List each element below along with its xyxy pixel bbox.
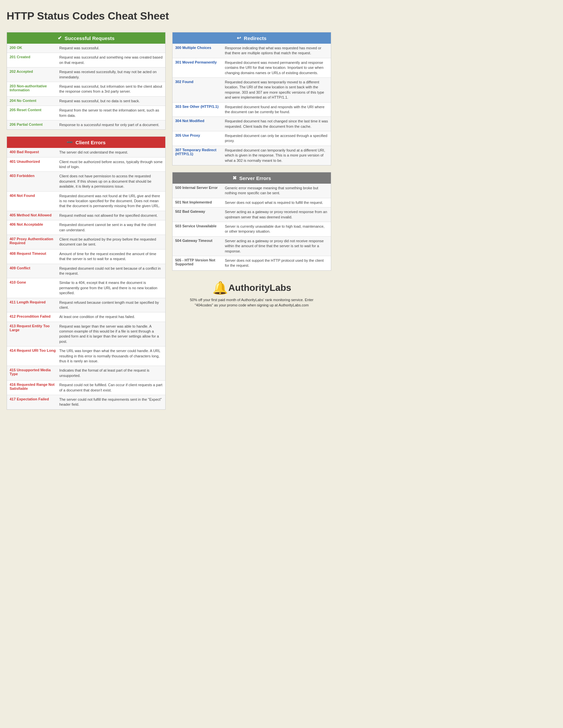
table-row: 400 Bad RequestThe server did not unders… bbox=[7, 148, 165, 157]
status-code: 401 Unauthorized bbox=[10, 159, 59, 170]
status-desc: Requested document found and responds wi… bbox=[225, 105, 328, 115]
status-code: 202 Accepted bbox=[10, 69, 59, 80]
status-code: 504 Gateway Timeout bbox=[175, 239, 225, 254]
table-row: 204 No ContentRequest was successful, bu… bbox=[7, 97, 165, 106]
table-row: 206 Partial ContentResponse to a success… bbox=[7, 120, 165, 129]
authority-labs-logo: 🔔 AuthorityLabs bbox=[175, 281, 328, 295]
client-errors-section: ➖ Client Errors 400 Bad RequestThe serve… bbox=[7, 136, 165, 409]
status-code: 408 Request Timeout bbox=[10, 251, 59, 262]
table-row: 408 Request TimeoutAmount of time for th… bbox=[7, 250, 165, 264]
table-row: 406 Not AcceptableRequested document can… bbox=[7, 220, 165, 235]
table-row: 504 Gateway TimeoutServer acting as a ga… bbox=[172, 237, 331, 256]
status-code: 411 Length Required bbox=[10, 300, 59, 310]
status-code: 404 Not Found bbox=[10, 194, 59, 209]
status-desc: The server did not understand the reques… bbox=[59, 150, 163, 155]
status-desc: Requested document can temporarily found… bbox=[225, 148, 328, 163]
status-desc: Requested document could not be sent bec… bbox=[59, 266, 163, 276]
status-code: 403 Forbidden bbox=[10, 174, 59, 189]
status-desc: Request could not be fulfilled. Can occu… bbox=[59, 383, 163, 393]
status-code: 414 Request URI Too Long bbox=[10, 348, 59, 364]
table-row: 502 Bad GatewayServer acting as a gatewa… bbox=[172, 207, 331, 222]
table-row: 503 Service UnavailableServer is current… bbox=[172, 222, 331, 237]
status-code: 409 Conflict bbox=[10, 266, 59, 276]
status-desc: Requested document was not found at the … bbox=[59, 194, 163, 209]
table-row: 405 Method Not AllowedRequest method was… bbox=[7, 211, 165, 220]
redirects-section: ↩ Redirects 300 Multiple ChoicesResponse… bbox=[172, 32, 331, 165]
status-code: 406 Not Acceptable bbox=[10, 222, 59, 233]
minus-circle-icon: ➖ bbox=[67, 139, 73, 145]
status-desc: Requested document has not changed since… bbox=[225, 119, 328, 129]
table-row: 401 UnauthorizedClient must be authorize… bbox=[7, 158, 165, 172]
table-row: 414 Request URI Too LongThe URL was long… bbox=[7, 346, 165, 366]
status-code: 307 Temporary Redirect (HTTP/1.1) bbox=[175, 148, 225, 163]
status-desc: Request was successful, but information … bbox=[59, 84, 163, 94]
status-code: 201 Created bbox=[10, 55, 59, 65]
table-row: 303 See Other (HTTP/1.1)Requested docume… bbox=[172, 103, 331, 117]
status-code: 410 Gone bbox=[10, 280, 59, 296]
status-desc: Request was successful and something new… bbox=[59, 55, 163, 65]
status-desc: Server acting as a gateway or proxy did … bbox=[225, 239, 328, 254]
status-desc: Requested document was moved permanently… bbox=[225, 60, 328, 75]
status-desc: Client does not have permission to acces… bbox=[59, 174, 163, 189]
status-code: 301 Moved Permanently bbox=[175, 60, 225, 75]
status-code: 417 Expectation Failed bbox=[10, 397, 59, 407]
promo-text: 50% off your first paid month of Authori… bbox=[175, 297, 328, 308]
status-code: 415 Unsupported Media Type bbox=[10, 368, 59, 378]
status-code: 412 Precondition Failed bbox=[10, 314, 59, 319]
status-code: 405 Method Not Allowed bbox=[10, 213, 59, 218]
status-desc: Requested document cannot be sent in a w… bbox=[59, 222, 163, 233]
status-code: 302 Found bbox=[175, 80, 225, 100]
status-code: 205 Reset Content bbox=[10, 108, 59, 118]
status-desc: Server does not support what is required… bbox=[225, 200, 328, 205]
x-circle-icon: ✖ bbox=[232, 175, 237, 181]
status-code: 407 Proxy Authentication Required bbox=[10, 237, 59, 247]
arrow-circle-icon: ↩ bbox=[237, 35, 241, 41]
status-desc: Requested document can only be accessed … bbox=[225, 133, 328, 144]
status-desc: Server acting as a gateway or proxy rece… bbox=[225, 209, 328, 220]
table-row: 416 Requested Range Not SatisfiableReque… bbox=[7, 381, 165, 395]
status-desc: Server does not support the HTTP protoco… bbox=[225, 258, 328, 268]
status-desc: Requested document was temporarily moved… bbox=[225, 80, 328, 100]
table-row: 407 Proxy Authentication RequiredClient … bbox=[7, 235, 165, 250]
table-row: 201 CreatedRequest was successful and so… bbox=[7, 53, 165, 68]
table-row: 403 ForbiddenClient does not have permis… bbox=[7, 172, 165, 191]
table-row: 307 Temporary Redirect (HTTP/1.1)Request… bbox=[172, 146, 331, 165]
table-row: 300 Multiple ChoicesResponse indicating … bbox=[172, 44, 331, 58]
status-desc: Request was larger than the server was a… bbox=[59, 324, 163, 344]
status-code: 413 Request Entity Too Large bbox=[10, 324, 59, 344]
table-row: 301 Moved PermanentlyRequested document … bbox=[172, 58, 331, 78]
table-row: 203 Non-authoritative InformationRequest… bbox=[7, 82, 165, 97]
checkmark-circle-icon: ✔ bbox=[58, 35, 62, 41]
successful-body: 200 OKRequest was successful.201 Created… bbox=[7, 44, 165, 129]
status-code: 501 Not Implemented bbox=[175, 200, 225, 205]
table-row: 202 AcceptedRequest was received success… bbox=[7, 68, 165, 82]
successful-section: ✔ Successful Requests 200 OKRequest was … bbox=[7, 32, 165, 130]
status-code: 206 Partial Content bbox=[10, 122, 59, 127]
status-code: 204 No Content bbox=[10, 99, 59, 104]
status-desc: Client must be authorized by the proxy b… bbox=[59, 237, 163, 247]
promo-section: 🔔 AuthorityLabs 50% off your first paid … bbox=[172, 277, 331, 311]
successful-header: ✔ Successful Requests bbox=[7, 32, 165, 44]
table-row: 411 Length RequiredRequest refused becau… bbox=[7, 298, 165, 313]
table-row: 500 Internal Server ErrorGeneric error m… bbox=[172, 184, 331, 198]
status-desc: Generic error message meaning that somet… bbox=[225, 186, 328, 196]
status-desc: Response to a successful request for onl… bbox=[59, 122, 163, 127]
status-code: 203 Non-authoritative Information bbox=[10, 84, 59, 94]
table-row: 200 OKRequest was successful. bbox=[7, 44, 165, 53]
logo-text: AuthorityLabs bbox=[228, 283, 292, 293]
server-errors-header: ✖ Server Errors bbox=[172, 172, 331, 184]
status-code: 400 Bad Request bbox=[10, 150, 59, 155]
status-desc: Request refused because content length m… bbox=[59, 300, 163, 310]
status-desc: The server could not fulfill the require… bbox=[59, 397, 163, 407]
status-code: 500 Internal Server Error bbox=[175, 186, 225, 196]
status-desc: Request was successful, but no data is s… bbox=[59, 99, 163, 104]
server-errors-body: 500 Internal Server ErrorGeneric error m… bbox=[172, 184, 331, 270]
table-row: 302 FoundRequested document was temporar… bbox=[172, 78, 331, 103]
server-errors-section: ✖ Server Errors 500 Internal Server Erro… bbox=[172, 172, 331, 271]
status-code: 503 Service Unavailable bbox=[175, 224, 225, 234]
status-code: 304 Not Modified bbox=[175, 119, 225, 129]
table-row: 409 ConflictRequested document could not… bbox=[7, 264, 165, 279]
redirects-header: ↩ Redirects bbox=[172, 32, 331, 44]
status-desc: Response indicating that what was reques… bbox=[225, 46, 328, 56]
table-row: 205 Reset ContentRequest from the server… bbox=[7, 106, 165, 120]
